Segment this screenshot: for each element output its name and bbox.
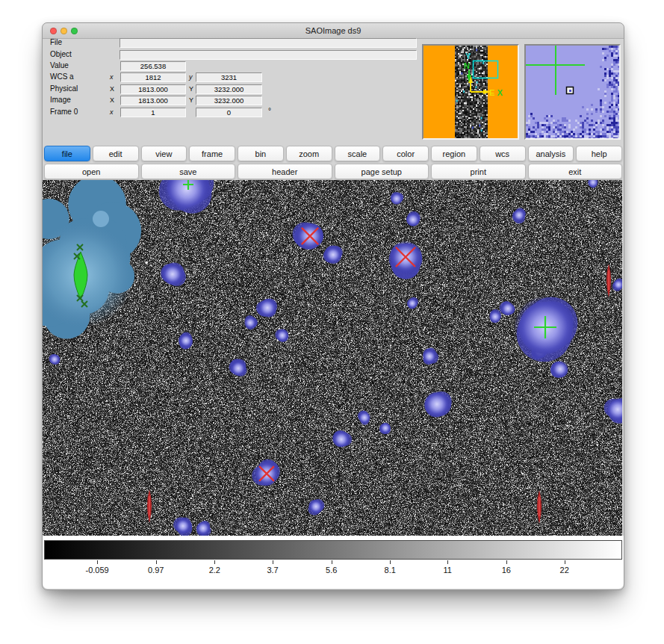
colorbar-tick-label: 22 [560,566,569,575]
wcs-x-field: 1812 [120,72,186,82]
main-image-canvas[interactable] [43,180,622,536]
info-row-image: Image X 1813.000 Y 3232.000 [43,96,421,105]
info-row-physical: Physical X 1813.000 Y 3232.000 [43,84,421,94]
frame-x-label: x [110,108,114,116]
colorbar-tick [506,560,507,564]
info-row-file: File [43,38,421,48]
image-y-field: 3232.000 [196,96,262,105]
desktop: SAOImage ds9 File Object Value 256.538 W… [0,0,664,644]
titlebar[interactable]: SAOImage ds9 [43,23,624,39]
colorbar-tick-label: 3.7 [267,566,278,575]
menu-bar: file edit view frame bin zoom scale colo… [44,146,622,161]
colorbar-tick-label: 8.1 [385,566,396,575]
panner-canvas[interactable] [423,46,518,138]
menu-scale[interactable]: scale [335,146,381,161]
physical-x-field: 1813.000 [120,84,186,94]
object-field [120,50,417,60]
physical-y-field: 3232.000 [196,84,262,94]
colorbar-tick [273,560,273,564]
window-title: SAOImage ds9 [43,23,624,38]
menu-file[interactable]: file [44,146,90,161]
colorbar-tick [565,560,565,564]
exit-button[interactable]: exit [528,164,623,179]
close-button[interactable] [50,28,57,34]
info-row-wcs: WCS a x 1812 y 3231 [43,72,421,82]
wcs-x-label: x [110,73,114,81]
page-setup-button[interactable]: page setup [335,164,429,179]
magnifier-canvas [526,46,619,138]
degree-symbol: ° [268,107,271,115]
zoom-window-button[interactable] [71,28,78,34]
image-label: Image [50,96,71,104]
colorbar-tick [156,560,157,564]
image-x-field: 1813.000 [120,96,186,105]
open-button[interactable]: open [44,164,139,179]
action-bar: open save header page setup print exit [44,164,622,179]
value-field: 256.538 [120,61,186,71]
magnifier-panel [524,44,621,140]
ds9-window: SAOImage ds9 File Object Value 256.538 W… [42,22,624,590]
colorbar-tick [97,560,98,564]
colorbar-tick-label: 11 [444,566,452,575]
colorbar-tick-label: 2.2 [209,566,220,575]
menu-wcs[interactable]: wcs [480,146,526,161]
traffic-lights [50,28,78,34]
file-field [120,38,417,48]
menu-edit[interactable]: edit [93,146,139,161]
object-label: Object [50,50,72,58]
colorbar-tick [447,560,448,564]
info-row-object: Object [43,50,421,60]
wcs-label: WCS a [50,72,74,81]
panner-panel [422,44,519,140]
physical-label: Physical [50,84,78,93]
menu-bin[interactable]: bin [238,146,284,161]
colorbar-tick-label: -0.059 [86,566,109,575]
colorbar-tick-label: 0.97 [148,566,164,575]
colorbar-panel: -0.059 0.97 2.2 3.7 5.6 8.1 11 16 22 [43,536,624,589]
image-x-label: X [110,96,114,104]
value-label: Value [50,61,69,69]
colorbar-tick [214,560,215,564]
wcs-y-field: 3231 [196,72,262,82]
colorbar-tick [390,560,391,564]
menu-color[interactable]: color [382,146,429,161]
info-row-frame: Frame 0 x 1 0 ° [43,108,421,117]
print-button[interactable]: print [431,164,526,179]
menu-region[interactable]: region [431,146,477,161]
colorbar-tick [332,560,332,564]
frame-label: Frame 0 [50,108,78,116]
menu-frame[interactable]: frame [189,146,235,161]
header-button[interactable]: header [238,164,332,179]
minimize-button[interactable] [60,28,67,34]
colorbar-tick-label: 5.6 [326,566,337,575]
menu-zoom[interactable]: zoom [286,146,332,161]
info-row-value: Value 256.538 [43,61,421,71]
physical-x-label: X [110,85,114,93]
menu-analysis[interactable]: analysis [528,146,574,161]
menu-help[interactable]: help [576,146,622,161]
save-button[interactable]: save [141,164,236,179]
image-y-label: Y [189,96,193,104]
wcs-y-label: y [189,73,193,81]
frame-rotation-field: 0 [196,108,262,117]
colorbar-gradient[interactable] [44,540,622,560]
menu-view[interactable]: view [141,146,187,161]
file-label: File [50,38,62,46]
physical-y-label: Y [189,85,193,93]
frame-zoom-field: 1 [120,108,186,117]
colorbar-tick-label: 16 [502,566,511,575]
